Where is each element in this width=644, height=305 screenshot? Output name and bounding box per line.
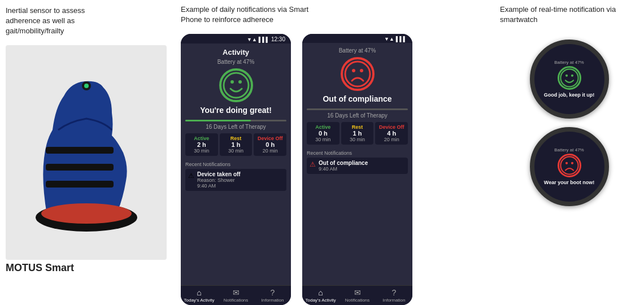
phone1-rest-value: 1 h [221, 141, 251, 148]
phone2-active-value: 0 h [308, 130, 338, 137]
phone2-days-left: 16 Days Left of Therapy [327, 112, 388, 119]
svg-point-7 [224, 73, 249, 98]
phone2-frame: ▼▲ ▌▌▌ Battery at 47% Out of compliance [302, 34, 412, 305]
phone1-nav1-label: Today's Activity [184, 298, 215, 303]
phone2-devoff-unit: 20 min [377, 137, 406, 142]
phone1-activity-grid: Active 2 h 30 min Rest 1 h 30 min Device… [185, 133, 286, 156]
svg-point-15 [571, 74, 573, 76]
phone1-status-bar: ▼▲ ▌▌▌ 12:30 [181, 34, 291, 43]
svg-point-4 [41, 203, 132, 224]
phone2-bell-icon: ✉ [354, 288, 361, 297]
phone2-battery: Battery at 47% [339, 47, 376, 54]
svg-point-9 [238, 80, 242, 84]
svg-point-11 [352, 69, 355, 72]
watch-section: Example of real-time notification via sm… [494, 0, 644, 305]
phone2-notif-title: Recent Notifications [307, 150, 408, 156]
phone2-rest-label: Rest [343, 124, 372, 130]
watch1-frame: Battery at 47% Good job, keep it up! [530, 40, 609, 119]
phone1-devoff-unit: 20 min [255, 148, 285, 154]
svg-point-16 [560, 156, 578, 174]
phone1-days-left: 16 Days Left of Therapy [206, 124, 266, 130]
phone2-notif-item: ⚠ Out of compliance 9:40 AM [307, 158, 408, 174]
warning-red-icon: ⚠ [310, 160, 316, 168]
phone1-rest-unit: 30 min [221, 148, 251, 154]
phone1-notif-item: ⚠ Device taken off Reason: Shower 9:40 A… [185, 169, 286, 191]
phone2-nav1-label: Today's Activity [306, 298, 336, 303]
watch2-frame: Battery at 47% Wear your boot now! [530, 127, 609, 206]
phone1-nav: ⌂ Today's Activity ✉ Notifications ? Inf… [181, 285, 291, 305]
svg-point-6 [84, 84, 89, 88]
svg-rect-3 [46, 181, 114, 188]
svg-point-14 [565, 74, 567, 76]
phone-headers: Example of daily notifications via Smart… [175, 0, 494, 34]
phone2-notifications: Recent Notifications ⚠ Out of compliance… [307, 148, 408, 177]
phone1-notif-main: Device taken off [197, 171, 284, 177]
phone1-frame: ▼▲ ▌▌▌ 12:30 Activity Battery at 47% [181, 34, 291, 305]
phone1-devoff-cell: Device Off 0 h 20 min [254, 133, 286, 156]
phone1-smiley [219, 68, 253, 102]
phone2-signal-icon: ▌▌▌ [396, 36, 407, 42]
happy-face-svg [223, 72, 250, 99]
phone1-nav-info[interactable]: ? Information [254, 288, 291, 303]
phone2-active-label: Active [308, 124, 338, 130]
phone2-devoff-label: Device Off [377, 124, 406, 130]
phones-row: ▼▲ ▌▌▌ 12:30 Activity Battery at 47% [175, 34, 494, 305]
phone2-rest-unit: 30 min [343, 137, 372, 142]
phone2-progress-fill [307, 108, 372, 110]
phone1-nav-notif[interactable]: ✉ Notifications [217, 288, 254, 303]
phone2-notif-text: Out of compliance 9:40 AM [319, 160, 405, 172]
watch1-happy-svg [560, 68, 579, 88]
svg-rect-1 [46, 147, 114, 154]
phone1-progress-fill [185, 120, 251, 121]
phone1-active-unit: 30 min [187, 148, 216, 154]
phone1-active-cell: Active 2 h 30 min [185, 133, 218, 156]
bell-icon: ✉ [233, 288, 240, 297]
phone2-nav3-label: Information [382, 298, 405, 303]
phone2-nav: ⌂ Today's Activity ✉ Notifications ? Inf… [302, 285, 412, 305]
phone2-progress [307, 108, 408, 110]
phone1-status: You're doing great! [200, 106, 272, 115]
phone1-active-label: Active [187, 136, 216, 141]
info-icon: ? [271, 288, 275, 297]
phone2-notif-time: 9:40 AM [319, 166, 405, 172]
phone2-info-icon: ? [392, 288, 397, 297]
svg-point-13 [560, 69, 578, 86]
phone1-header: Example of daily notifications via Smart… [175, 0, 335, 34]
wifi-icon: ▼▲ [247, 37, 257, 42]
phone1-rest-label: Rest [221, 136, 251, 141]
phone2-notif-main: Out of compliance [319, 160, 405, 166]
phone1-progress [185, 120, 286, 121]
phone1-active-value: 2 h [187, 141, 216, 148]
watch2-message: Wear your boot now! [544, 180, 594, 186]
boot-title: MOTUS Smart [6, 262, 74, 274]
svg-point-18 [571, 162, 573, 164]
boot-section: Inertial sensor to assess adherence as w… [0, 0, 175, 305]
svg-point-17 [565, 162, 567, 164]
phone2-nav-today[interactable]: ⌂ Today's Activity [302, 288, 339, 303]
phone1-status-icons: ▼▲ ▌▌▌ 12:30 [247, 36, 285, 42]
phone2-home-icon: ⌂ [318, 288, 323, 297]
phone2-activity-grid: Active 0 h 30 min Rest 1 h 30 min Device… [307, 122, 408, 145]
phone2-wifi-icon: ▼▲ [384, 36, 394, 42]
phone2-header [335, 0, 495, 34]
phone2-status-bar: ▼▲ ▌▌▌ [302, 34, 412, 43]
watch2-sad-svg [560, 156, 579, 175]
svg-rect-2 [46, 164, 114, 171]
phone1-nav-today[interactable]: ⌂ Today's Activity [181, 288, 217, 303]
phone1-devoff-value: 0 h [255, 141, 285, 148]
watches-container: Battery at 47% Good job, keep it up! Bat… [494, 34, 644, 212]
phone2-devoff-cell: Device Off 4 h 20 min [375, 122, 408, 145]
phone2-nav-info[interactable]: ? Information [376, 288, 412, 303]
watch2-battery: Battery at 47% [554, 147, 584, 152]
phone1-notif-title: Recent Notifications [185, 162, 286, 167]
phone2-rest-value: 1 h [343, 130, 372, 137]
watch1-smiley [558, 66, 581, 90]
phone2-nav2-label: Notifications [345, 298, 370, 303]
phone1-rest-cell: Rest 1 h 30 min [220, 133, 253, 156]
phone1-notif-time: 9:40 AM [197, 183, 284, 189]
warning-icon: ⚠ [188, 172, 194, 180]
boot-image [6, 45, 167, 260]
phones-section: Example of daily notifications via Smart… [175, 0, 494, 305]
phone1-time: 12:30 [271, 36, 285, 42]
phone2-nav-notif[interactable]: ✉ Notifications [339, 288, 376, 303]
